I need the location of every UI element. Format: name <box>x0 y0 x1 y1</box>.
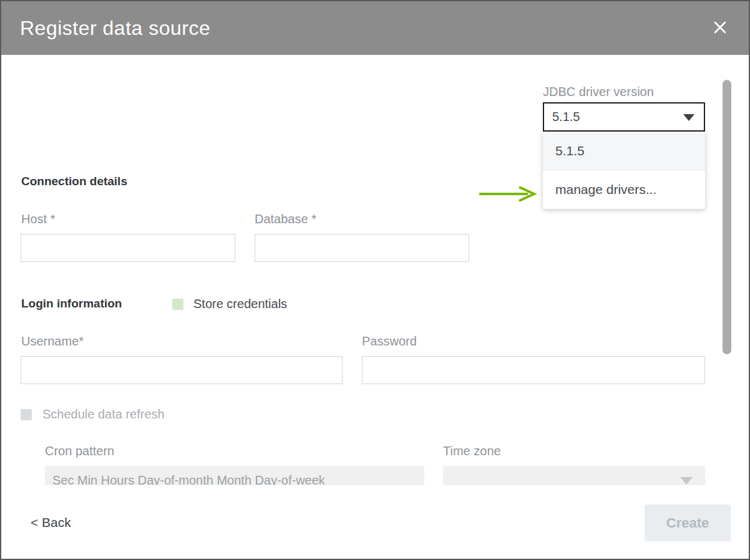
dropdown-option-manage-drivers[interactable]: manage drivers... <box>543 170 705 209</box>
dialog-body: JDBC driver version 5.1.5 5.1.5 manage d… <box>1 55 749 559</box>
register-data-source-dialog: Register data source JDBC driver version… <box>0 0 750 560</box>
back-link[interactable]: < Back <box>31 515 71 530</box>
dropdown-option-version[interactable]: 5.1.5 <box>543 132 705 170</box>
scrollbar-thumb[interactable] <box>723 80 731 354</box>
cron-pattern-input[interactable] <box>45 466 424 485</box>
chevron-down-icon <box>680 477 693 485</box>
jdbc-driver-dropdown-menu: 5.1.5 manage drivers... <box>543 132 705 209</box>
scroll-clip-region <box>1 55 719 485</box>
dialog-header: Register data source <box>1 1 749 55</box>
close-button[interactable] <box>713 21 728 36</box>
close-icon <box>713 21 727 37</box>
timezone-select[interactable] <box>443 466 705 485</box>
create-button[interactable]: Create <box>645 504 731 541</box>
page-title: Register data source <box>20 1 210 55</box>
